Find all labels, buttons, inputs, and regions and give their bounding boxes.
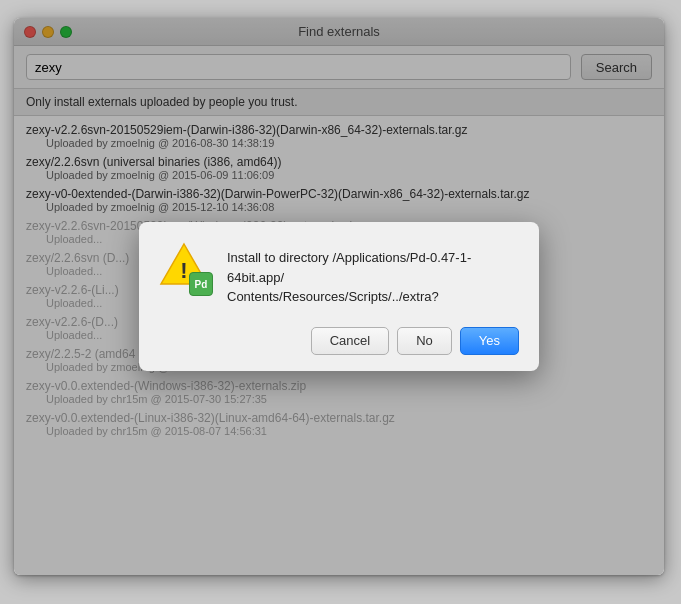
install-dialog: ! Pd Install to directory /Applications/… (139, 222, 539, 371)
warning-icon: ! Pd (159, 242, 213, 296)
main-window: Find externals Search Only install exter… (14, 18, 664, 575)
pd-app-icon: Pd (189, 272, 213, 296)
modal-message: Install to directory /Applications/Pd-0.… (227, 242, 519, 307)
yes-button[interactable]: Yes (460, 327, 519, 355)
svg-text:!: ! (180, 258, 187, 283)
modal-content: ! Pd Install to directory /Applications/… (159, 242, 519, 307)
modal-overlay: ! Pd Install to directory /Applications/… (14, 18, 664, 575)
no-button[interactable]: No (397, 327, 452, 355)
modal-buttons: Cancel No Yes (159, 323, 519, 355)
cancel-button[interactable]: Cancel (311, 327, 389, 355)
